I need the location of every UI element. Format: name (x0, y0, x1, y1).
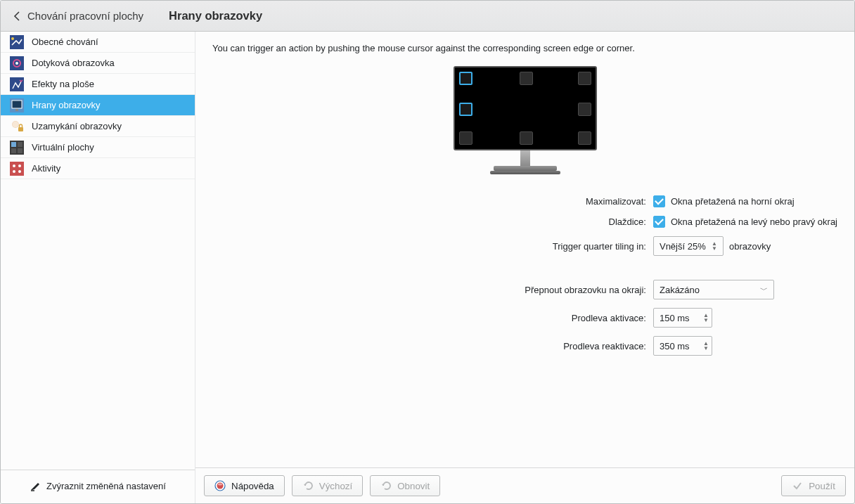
tile-checkbox[interactable] (653, 216, 665, 228)
edges-icon (9, 98, 25, 113)
edge-top-left[interactable] (459, 72, 472, 85)
sidebar-item-effects[interactable]: Efekty na ploše (1, 74, 195, 95)
body: Obecné chování Dotyková obrazovka Efekty… (1, 32, 854, 503)
sidebar-item-label: Efekty na ploše (32, 79, 94, 89)
svg-rect-7 (12, 101, 22, 108)
sidebar-item-label: Hrany obrazovky (32, 100, 101, 110)
general-icon (9, 34, 25, 50)
sidebar-item-activities[interactable]: Aktivity (1, 158, 195, 179)
help-button[interactable]: Nápověda (204, 475, 285, 496)
monitor-diagram (212, 66, 837, 174)
svg-rect-11 (18, 127, 23, 131)
content: You can trigger an action by pushing the… (195, 32, 854, 467)
svg-rect-16 (18, 148, 22, 153)
breadcrumb[interactable]: Chování pracovní plochy (1, 1, 156, 31)
quarter-spin[interactable]: Vnější 25% ▲▼ (653, 236, 724, 256)
lock-icon (9, 119, 25, 134)
monitor-stand-base2 (490, 171, 560, 174)
switch-combo[interactable]: Zakázáno ﹀ (653, 280, 774, 299)
maximize-text: Okna přetažená na horní okraj (671, 196, 795, 207)
monitor-stand-neck (520, 150, 530, 166)
svg-rect-8 (15, 109, 18, 111)
tile-label: Dlaždice: (212, 217, 646, 227)
sidebar-list: Obecné chování Dotyková obrazovka Efekty… (1, 32, 195, 470)
breadcrumb-label: Chování pracovní plochy (27, 10, 143, 22)
svg-point-18 (13, 164, 15, 167)
highlight-icon (30, 480, 41, 491)
edge-bottom-left[interactable] (459, 131, 472, 145)
svg-rect-15 (11, 148, 16, 153)
reset-button-label: Obnovit (397, 481, 430, 491)
defaults-button[interactable]: Výchozí (292, 475, 363, 496)
reactivation-label: Prodleva reaktivace: (212, 341, 646, 351)
svg-point-10 (13, 121, 19, 127)
topbar: Chování pracovní plochy Hrany obrazovky (1, 1, 854, 32)
reactivation-spin[interactable]: 350 ms ▲▼ (653, 336, 712, 356)
sidebar-item-edges[interactable]: Hrany obrazovky (1, 95, 195, 116)
sidebar-footer[interactable]: Zvýraznit změněná nastavení (1, 470, 195, 503)
form: Maximalizovat: Okna přetažená na horní o… (212, 195, 837, 356)
sidebar-item-label: Aktivity (32, 163, 60, 174)
edge-top[interactable] (520, 72, 533, 85)
touchscreen-icon (9, 56, 25, 71)
sidebar-item-lock[interactable]: Uzamykání obrazovky (1, 116, 195, 137)
main: You can trigger an action by pushing the… (195, 32, 854, 503)
svg-rect-17 (10, 162, 24, 176)
apply-button-label: Použít (809, 481, 835, 491)
switch-label: Přepnout obrazovku na okraji: (212, 285, 646, 295)
reactivation-value: 350 ms (660, 341, 690, 351)
sidebar-footer-label: Zvýraznit změněná nastavení (46, 481, 166, 491)
hint-text: You can trigger an action by pushing the… (212, 43, 837, 53)
svg-point-20 (13, 170, 15, 173)
effects-icon (9, 77, 25, 92)
monitor-stand-base (494, 166, 557, 171)
spin-arrows-icon: ▲▼ (712, 241, 717, 251)
page-title: Hrany obrazovky (156, 1, 854, 31)
tile-text: Okna přetažená na levý nebo pravý okraj (671, 217, 837, 227)
undo-icon (302, 480, 314, 491)
spin-arrows-icon: ▲▼ (703, 341, 709, 351)
sidebar-item-label: Obecné chování (32, 37, 98, 47)
edge-bottom[interactable] (520, 131, 533, 145)
svg-point-1 (11, 37, 14, 40)
svg-point-4 (15, 62, 18, 65)
activation-spin[interactable]: 150 ms ▲▼ (653, 308, 712, 328)
activation-label: Prodleva aktivace: (212, 313, 646, 323)
sidebar-item-label: Dotyková obrazovka (32, 58, 115, 68)
footer: Nápověda Výchozí Obnovit (195, 467, 854, 503)
chevron-down-icon: ﹀ (760, 285, 768, 295)
maximize-checkbox[interactable] (653, 195, 665, 207)
quarter-suffix: obrazovky (729, 241, 771, 252)
quarter-label: Trigger quarter tiling in: (212, 241, 646, 252)
svg-point-24 (218, 484, 222, 486)
help-button-label: Nápověda (231, 481, 274, 491)
sidebar-item-label: Virtuální plochy (32, 142, 94, 153)
defaults-button-label: Výchozí (319, 481, 352, 491)
apply-button[interactable]: Použít (781, 475, 846, 496)
edge-bottom-right[interactable] (578, 131, 591, 145)
check-icon (792, 480, 803, 491)
edge-right[interactable] (578, 103, 591, 116)
maximize-label: Maximalizovat: (212, 196, 646, 207)
sidebar-item-virtual-desktops[interactable]: Virtuální plochy (1, 137, 195, 158)
activation-value: 150 ms (660, 313, 690, 323)
chevron-left-icon (13, 11, 20, 22)
settings-window: Chování pracovní plochy Hrany obrazovky … (0, 0, 855, 504)
sidebar: Obecné chování Dotyková obrazovka Efekty… (1, 32, 195, 503)
virtual-desktops-icon (9, 140, 25, 155)
edge-left[interactable] (459, 103, 472, 116)
reset-icon (380, 480, 392, 491)
svg-rect-13 (11, 142, 16, 147)
monitor-screen (454, 66, 597, 150)
svg-point-19 (18, 164, 21, 167)
svg-point-21 (18, 170, 21, 173)
svg-rect-14 (18, 142, 22, 147)
spin-arrows-icon: ▲▼ (703, 313, 709, 323)
reset-button[interactable]: Obnovit (370, 475, 440, 496)
sidebar-item-general[interactable]: Obecné chování (1, 32, 195, 53)
help-icon (214, 480, 226, 491)
sidebar-item-label: Uzamykání obrazovky (32, 121, 122, 131)
sidebar-item-touchscreen[interactable]: Dotyková obrazovka (1, 53, 195, 74)
edge-top-right[interactable] (578, 72, 591, 85)
activities-icon (9, 161, 25, 176)
